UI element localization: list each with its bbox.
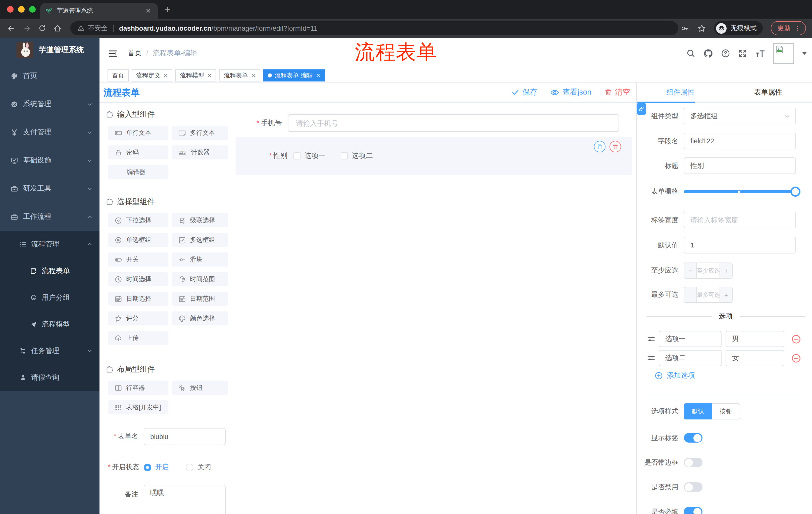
increment-button[interactable]: +: [720, 287, 732, 302]
tag-close-icon[interactable]: ✕: [316, 72, 320, 79]
reload-icon[interactable]: [38, 24, 46, 32]
delete-component-button[interactable]: [609, 141, 621, 153]
tag-process-definition[interactable]: 流程定义✕: [132, 70, 172, 81]
sidebar-item-process-mgmt[interactable]: 流程管理: [0, 231, 99, 258]
tag-home[interactable]: 首页: [108, 70, 128, 81]
palette-item-checkbox-group[interactable]: 多选框组: [172, 233, 228, 247]
avatar[interactable]: [773, 43, 794, 64]
decrement-button[interactable]: −: [685, 263, 696, 278]
palette-item-slider[interactable]: 滑块: [172, 252, 228, 267]
link-tag[interactable]: [637, 103, 646, 115]
avatar-caret-icon[interactable]: [802, 52, 807, 55]
field-name-input[interactable]: [684, 133, 796, 150]
palette-item-password[interactable]: 密码: [108, 145, 168, 159]
sidebar-item-home[interactable]: 首页: [0, 62, 99, 90]
remove-option-icon[interactable]: [791, 334, 801, 344]
search-icon[interactable]: [686, 49, 695, 58]
increment-button[interactable]: +: [720, 263, 732, 278]
min-select-input[interactable]: [696, 263, 720, 278]
palette-item-single-text[interactable]: 单行文本: [108, 126, 168, 140]
github-icon[interactable]: [703, 49, 713, 58]
option-value-input[interactable]: [726, 331, 784, 347]
tag-process-form[interactable]: 流程表单✕: [219, 70, 260, 81]
palette-item-color-picker[interactable]: 颜色选择: [172, 311, 228, 325]
password-key-icon[interactable]: [681, 24, 689, 32]
status-off-radio[interactable]: 关闭: [186, 463, 211, 472]
component-type-select[interactable]: 多选框组: [684, 108, 796, 124]
maximize-window-button[interactable]: [29, 6, 36, 12]
tag-close-icon[interactable]: ✕: [207, 72, 211, 79]
option-value-input[interactable]: [726, 350, 784, 366]
new-tab-button[interactable]: +: [165, 4, 170, 15]
form-name-input[interactable]: [144, 428, 226, 445]
help-icon[interactable]: [721, 49, 730, 58]
sidebar-item-task-mgmt[interactable]: 任务管理: [0, 337, 99, 364]
palette-item-button[interactable]: 按钮: [172, 381, 228, 395]
palette-item-switch[interactable]: 开关: [108, 252, 168, 267]
palette-item-date-picker[interactable]: 日期选择: [108, 292, 168, 306]
sidebar-item-workflow[interactable]: 工作流程: [0, 203, 99, 231]
bookmark-star-icon[interactable]: [697, 24, 706, 32]
sidebar-item-devtools[interactable]: 研发工具: [0, 174, 99, 203]
home-icon[interactable]: [53, 24, 62, 32]
required-toggle[interactable]: [684, 507, 702, 514]
back-icon[interactable]: [7, 24, 16, 32]
palette-item-cascader[interactable]: 级联选择: [172, 213, 228, 227]
decrement-button[interactable]: −: [685, 287, 696, 302]
tag-process-model[interactable]: 流程模型✕: [175, 70, 216, 81]
style-default-button[interactable]: 默认: [684, 403, 712, 420]
breadcrumb-home[interactable]: 首页: [127, 49, 142, 57]
palette-item-table[interactable]: 表格[开发中]: [108, 400, 168, 414]
view-json-button[interactable]: 查看json: [550, 87, 591, 97]
canvas-field-gender-selected[interactable]: 性别 选项一 选项二: [236, 137, 632, 175]
sidebar-item-process-model[interactable]: 流程模型: [0, 311, 99, 337]
sidebar-item-system[interactable]: 系统管理: [0, 90, 99, 118]
sidebar-item-payment[interactable]: 支付管理: [0, 118, 99, 146]
drag-handle-icon[interactable]: [647, 354, 655, 362]
collapse-sidebar-icon[interactable]: [108, 49, 118, 58]
save-button[interactable]: 保存: [512, 87, 538, 97]
sidebar-item-process-form[interactable]: 流程表单: [0, 258, 99, 284]
palette-item-radio-group[interactable]: 单选框组: [108, 233, 168, 247]
palette-item-upload[interactable]: 上传: [108, 331, 168, 345]
sidebar-item-infra[interactable]: 基础设施: [0, 146, 99, 174]
status-on-radio[interactable]: 开启: [144, 463, 169, 472]
duplicate-component-button[interactable]: [594, 141, 606, 153]
palette-item-date-range[interactable]: 日期范围: [172, 292, 228, 306]
close-window-button[interactable]: [7, 6, 13, 12]
style-button-button[interactable]: 按钮: [712, 403, 740, 420]
security-label[interactable]: 不安全: [88, 24, 108, 33]
palette-item-select[interactable]: 下拉选择: [108, 213, 168, 227]
tab-form-props[interactable]: 表单属性: [724, 82, 812, 102]
default-value-input[interactable]: [684, 237, 796, 253]
url-bar[interactable]: 不安全 dashboard.yudao.iocoder.cn/bpm/manag…: [70, 21, 678, 35]
add-option-button[interactable]: 添加选项: [655, 371, 812, 380]
gender-option1-checkbox[interactable]: 选项一: [293, 152, 326, 160]
palette-item-counter[interactable]: 计数器: [172, 145, 228, 159]
font-size-icon[interactable]: [755, 49, 765, 58]
form-remark-textarea[interactable]: 嘿嘿: [144, 485, 226, 514]
title-input[interactable]: [684, 157, 796, 174]
tab-component-props[interactable]: 组件属性: [637, 82, 724, 102]
show-label-toggle[interactable]: [684, 433, 702, 442]
tab-close-icon[interactable]: ✕: [144, 7, 153, 15]
browser-tab[interactable]: 芋道管理系统 ✕: [40, 3, 158, 19]
update-chip[interactable]: 更新: [771, 21, 806, 35]
palette-item-row-container[interactable]: 行容器: [108, 381, 168, 395]
palette-item-rate[interactable]: 评分: [108, 311, 168, 325]
forward-icon[interactable]: [23, 24, 31, 32]
drag-handle-icon[interactable]: [647, 335, 655, 343]
phone-input[interactable]: [288, 114, 619, 132]
label-width-input[interactable]: [684, 212, 796, 228]
tag-close-icon[interactable]: ✕: [163, 72, 168, 79]
sidebar-item-leave-query[interactable]: 请假查询: [0, 364, 99, 391]
disabled-toggle[interactable]: [684, 482, 702, 492]
clear-button[interactable]: 清空: [605, 87, 630, 97]
palette-item-time-picker[interactable]: 时间选择: [108, 272, 168, 286]
canvas-field-phone[interactable]: 手机号: [230, 114, 636, 132]
browser-menu-icon[interactable]: [794, 24, 802, 32]
tag-process-form-edit[interactable]: 流程表单-编辑✕: [263, 70, 325, 81]
remove-option-icon[interactable]: [791, 353, 801, 363]
form-grid-slider[interactable]: [684, 187, 796, 196]
minimize-window-button[interactable]: [18, 6, 25, 12]
